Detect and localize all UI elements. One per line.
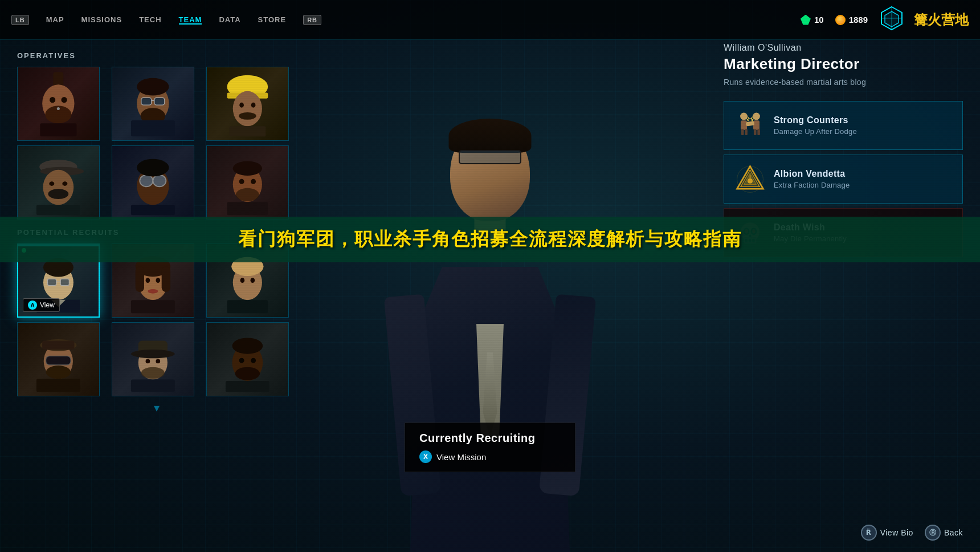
albion-vendetta-info: Albion Vendetta Extra Faction Damage — [774, 169, 954, 189]
operative-card-5[interactable] — [112, 145, 194, 220]
ability-card-albion-vendetta[interactable]: Albion Vendetta Extra Faction Damage — [724, 155, 963, 204]
recruit-portrait-6 — [207, 323, 288, 396]
operative-portrait-3 — [207, 67, 288, 140]
x-button-icon: X — [419, 450, 432, 463]
svg-point-96 — [747, 178, 752, 183]
albion-vendetta-desc: Extra Faction Damage — [774, 181, 954, 189]
svg-rect-46 — [48, 279, 56, 285]
svg-rect-90 — [745, 129, 748, 135]
svg-point-83 — [740, 112, 748, 120]
back-button[interactable]: Ⓑ Back — [925, 525, 963, 541]
svg-rect-13 — [154, 98, 165, 105]
operative-card-3[interactable] — [206, 67, 289, 141]
recruiting-title: Currently Recruiting — [419, 432, 561, 445]
operative-card-2[interactable] — [112, 67, 194, 141]
strong-counters-name: Strong Counters — [774, 115, 954, 125]
albion-vendetta-icon — [733, 162, 767, 196]
nav-lb[interactable]: LB — [11, 15, 29, 25]
view-mission-button[interactable]: X View Mission — [419, 450, 561, 463]
recruits-grid: A View — [17, 243, 296, 396]
recruit-card-4[interactable] — [17, 322, 100, 396]
logo-icon — [879, 6, 905, 34]
nav-data[interactable]: DATA — [219, 15, 240, 24]
nav-tech[interactable]: TECH — [139, 15, 161, 24]
svg-rect-67 — [42, 341, 74, 350]
currency-display: 10 1889 — [801, 15, 868, 25]
svg-rect-76 — [131, 380, 175, 392]
gem-count: 10 — [814, 15, 824, 25]
gem-icon — [801, 15, 811, 25]
svg-point-78 — [232, 338, 263, 354]
svg-point-84 — [753, 112, 760, 120]
coin-currency: 1889 — [835, 15, 868, 25]
character-display-area: Currently Recruiting X View Mission — [217, 40, 763, 552]
bottom-buttons: R̈ View Bio Ⓑ Back — [861, 525, 963, 541]
svg-point-34 — [153, 175, 166, 186]
svg-point-68 — [46, 366, 71, 379]
svg-rect-53 — [136, 267, 144, 293]
x-button-label: X — [423, 453, 428, 461]
svg-rect-92 — [757, 129, 760, 135]
svg-point-27 — [43, 170, 74, 205]
operatives-grid — [17, 67, 296, 220]
recruiting-banner: Currently Recruiting X View Mission — [405, 423, 575, 472]
svg-rect-47 — [60, 279, 69, 285]
svg-rect-54 — [162, 267, 170, 293]
ability-card-strong-counters[interactable]: Strong Counters Damage Up After Dodge — [724, 101, 963, 150]
svg-point-9 — [57, 107, 60, 110]
svg-point-30 — [63, 182, 68, 186]
recruit-card-5[interactable] — [112, 322, 194, 396]
svg-point-73 — [141, 367, 165, 379]
nav-rb[interactable]: RB — [303, 15, 321, 25]
svg-rect-89 — [741, 129, 744, 135]
topbar: LB MAP MISSIONS TECH TEAM DATA STORE RB … — [0, 0, 980, 40]
left-bumper[interactable]: LB — [11, 15, 29, 25]
svg-point-81 — [235, 367, 260, 380]
svg-point-8 — [62, 97, 67, 103]
svg-point-23 — [251, 103, 256, 108]
svg-point-36 — [137, 159, 169, 177]
char-glasses — [459, 150, 521, 164]
svg-rect-10 — [40, 124, 77, 137]
operative-portrait-6 — [207, 146, 288, 219]
svg-rect-24 — [230, 127, 266, 137]
svg-point-61 — [240, 278, 245, 283]
operative-card-4[interactable] — [17, 145, 100, 220]
operative-card-1[interactable] — [17, 67, 100, 141]
view-bio-label: View Bio — [880, 528, 913, 537]
svg-point-7 — [50, 97, 55, 103]
svg-rect-63 — [227, 301, 268, 314]
svg-point-28 — [48, 189, 69, 200]
view-badge-label: View — [40, 301, 55, 309]
nav-team[interactable]: TEAM — [179, 15, 202, 24]
svg-rect-31 — [36, 205, 80, 216]
svg-point-21 — [239, 112, 256, 120]
nav-map-label: MAP — [46, 15, 64, 24]
nav-store[interactable]: STORE — [258, 15, 287, 24]
svg-point-33 — [140, 175, 153, 186]
coin-count: 1889 — [849, 15, 868, 25]
view-mission-label: View Mission — [436, 452, 486, 462]
view-badge[interactable]: A View — [23, 298, 60, 312]
nav-missions[interactable]: MISSIONS — [81, 15, 122, 24]
svg-point-57 — [148, 289, 158, 294]
nav-map[interactable]: MAP — [46, 15, 64, 24]
scroll-down-indicator: ▾ — [17, 401, 296, 415]
back-label: Back — [944, 528, 963, 537]
recruit-card-6[interactable] — [206, 322, 289, 396]
view-bio-button[interactable]: R̈ View Bio — [861, 525, 913, 541]
svg-rect-82 — [226, 381, 270, 392]
svg-rect-37 — [131, 205, 175, 216]
right-bumper[interactable]: RB — [303, 15, 321, 25]
operative-portrait-5 — [112, 146, 194, 219]
svg-rect-43 — [227, 202, 268, 216]
svg-point-42 — [233, 161, 262, 176]
operative-card-6[interactable] — [206, 145, 289, 220]
nav-active-indicator — [179, 23, 202, 25]
recruit-portrait-5 — [112, 323, 194, 396]
strong-counters-desc: Damage Up After Dodge — [774, 127, 954, 136]
char-hair — [449, 119, 532, 153]
svg-point-40 — [239, 179, 244, 184]
svg-rect-17 — [131, 120, 175, 136]
strong-counters-icon — [733, 108, 767, 143]
